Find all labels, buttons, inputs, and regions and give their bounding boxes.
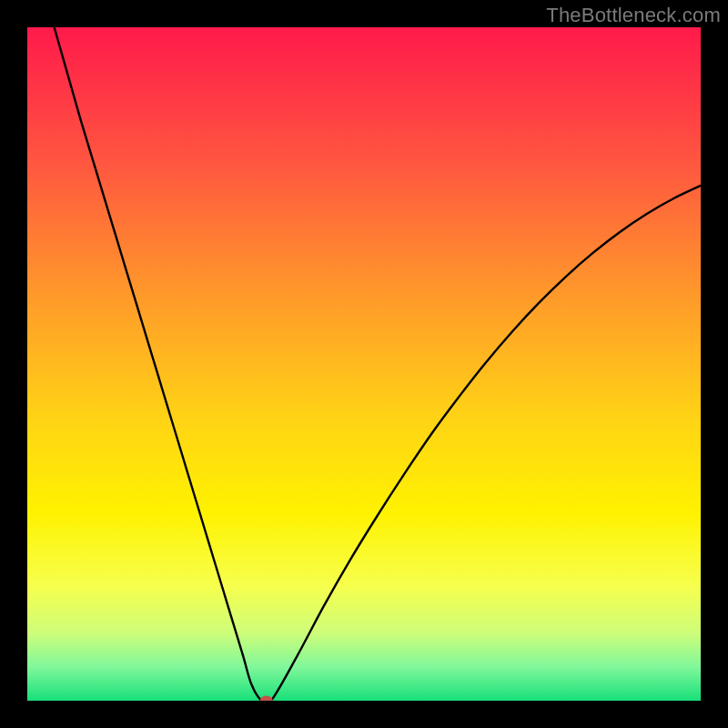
gradient-background (27, 27, 701, 701)
plot-area (27, 27, 701, 701)
chart-frame: TheBottleneck.com (0, 0, 728, 728)
chart-svg (27, 27, 701, 701)
watermark-text: TheBottleneck.com (546, 4, 721, 27)
